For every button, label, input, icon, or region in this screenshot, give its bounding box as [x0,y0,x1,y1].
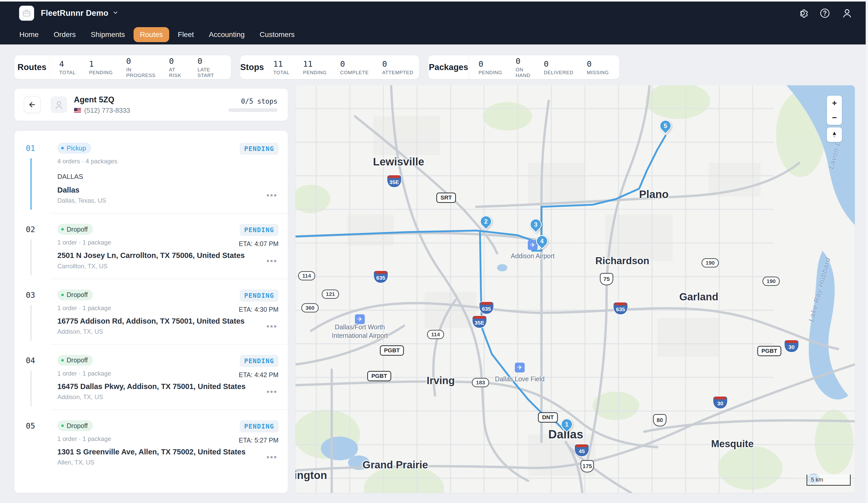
highway-shield-190: 190 [701,258,719,268]
stop-number: 03 [26,290,35,300]
stops-progress-label: 0/5 stops [241,97,278,105]
help-icon[interactable] [819,7,831,19]
metric-value: 0 [478,59,502,69]
nav-tab-home[interactable]: Home [13,27,45,42]
stop-marker-2[interactable]: 2 [479,215,493,231]
highway-shield-114: 114 [427,330,444,339]
stop-marker-4[interactable]: 4 [536,235,548,251]
stop-status: PENDINGETA: 4:30 PM [239,289,278,313]
org-name[interactable]: FleetRunnr Demo [41,9,108,18]
chevron-down-icon[interactable] [112,10,118,17]
metric-delivered: 0DELIVERED [544,59,574,75]
metric-value: 0 [197,57,220,66]
app-logo[interactable] [19,6,34,21]
stop-type-label: Pickup [67,144,86,152]
stats-card-packages: Packages0PENDING0ON HAND0DELIVERED0MISSI… [428,55,619,79]
zoom-in-button[interactable]: + [827,96,842,110]
stop-row-05[interactable]: 05Dropoff1 order · 1 package1301 S Green… [14,410,288,475]
scrollbar-track[interactable] [866,0,868,503]
metric-label: DELIVERED [544,70,574,75]
stop-address: 16775 Addison Rd, Addison, TX 75001, Uni… [57,316,269,326]
stop-city: Addison, TX, US [57,393,278,401]
agent-card: Agent 5ZQ (512) 773-8333 0/5 stops [14,89,288,121]
stop-type-label: Dropoff [67,422,88,430]
metric-value: 0 [544,59,574,69]
stop-type-badge: Dropoff [57,355,93,366]
stop-marker-1[interactable]: 1 [560,418,573,434]
stop-marker-3[interactable]: 3 [529,218,542,234]
metric-pending: 11PENDING [303,59,327,75]
poi-label: Dallas/Fort Worth International Airport [332,323,388,340]
stop-number: 01 [26,144,35,153]
status-badge: PENDING [240,355,278,367]
avatar [51,96,67,113]
metric-label: LATE START [197,67,220,78]
metric-pending: 1PENDING [89,59,113,75]
stop-status: PENDINGETA: 5:27 PM [239,420,278,444]
nav-tab-fleet[interactable]: Fleet [171,27,200,42]
status-badge: PENDING [240,420,278,432]
stats-card-title: Routes [14,55,50,79]
map-canvas[interactable]: 35ESRT11463512136063535E114PGBTPGBT18375… [296,85,855,493]
nav-tab-customers[interactable]: Customers [253,27,301,42]
zoom-out-button[interactable]: − [827,110,842,125]
stop-menu-icon[interactable]: ••• [266,452,278,462]
stop-city: Carrollton, TX, US [57,263,278,270]
city-label-irving: Irving [427,375,455,387]
highway-shield-175: 175 [580,460,594,472]
stop-number: 02 [26,225,35,234]
stop-menu-icon[interactable]: ••• [266,256,278,266]
user-icon[interactable] [841,7,853,19]
stop-type-badge: Dropoff [57,420,93,431]
stop-menu-icon[interactable]: ••• [266,387,278,397]
stop-row-01[interactable]: 01Pickup4 orders · 4 packagesDALLASDalla… [14,132,288,214]
stop-menu-icon[interactable]: ••• [266,321,278,331]
stats-card-routes: Routes4TOTAL1PENDING0IN PROGRESS0AT RISK… [14,55,231,79]
status-dot-icon [61,294,64,296]
stop-row-02[interactable]: 02Dropoff1 order · 1 package2501 N Josey… [14,214,288,279]
nav-tab-orders[interactable]: Orders [47,27,82,42]
stop-row-04[interactable]: 04Dropoff1 order · 1 package16475 Dallas… [14,345,288,410]
pin-number: 2 [480,216,492,227]
airport-icon: ✈ [515,363,525,372]
nav-tab-routes[interactable]: Routes [134,27,169,42]
stats-row: Routes4TOTAL1PENDING0IN PROGRESS0AT RISK… [14,55,619,79]
window-edge [0,0,868,2]
stop-eta: ETA: 4:07 PM [239,240,278,248]
highway-shield-pgbt: PGBT [380,345,404,356]
highway-shield-80: 80 [653,414,666,427]
metric-label: TOTAL [273,70,290,75]
agent-phone: (512) 773-8333 [74,106,130,114]
highway-shield-183: 183 [472,378,489,387]
nav-tab-accounting[interactable]: Accounting [203,27,251,42]
stop-number: 05 [26,421,35,430]
stop-marker-5[interactable]: 5 [659,120,672,135]
metric-missing: 0MISSING [587,59,609,75]
stop-menu-icon[interactable]: ••• [266,191,278,200]
city-label-garland: Garland [679,291,718,303]
highway-shield-pgbt: PGBT [367,371,391,381]
stop-type-label: Dropoff [67,226,88,233]
city-label-lewisville: Lewisville [373,156,424,168]
status-badge: PENDING [240,224,278,236]
stop-city: Allen, TX, US [57,459,278,466]
poi-label: Addison Airport [511,252,555,260]
metric-label: ON HAND [516,67,530,78]
briefcase-icon [22,9,31,18]
pin-number: 5 [660,120,671,132]
settings-gear-icon[interactable] [797,7,809,19]
city-label-grand-prairie: Grand Prairie [362,459,428,471]
metric-label: IN PROGRESS [126,67,156,78]
stop-row-03[interactable]: 03Dropoff1 order · 1 package16775 Addiso… [14,279,288,345]
stat-metrics: 11TOTAL11PENDING0COMPLETE0ATTEMPTED [264,55,424,79]
stop-address: 16475 Dallas Pkwy, Addison, TX 75001, Un… [57,382,269,391]
metric-label: PENDING [303,70,327,75]
app-header: FleetRunnr Demo HomeOrdersShipmentsRoute… [0,2,868,44]
back-button[interactable] [24,96,41,113]
nav-tab-shipments[interactable]: Shipments [84,27,131,42]
highway-shield-114: 114 [298,271,315,280]
status-dot-icon [61,147,64,150]
city-label-mesquite: Mesquite [711,438,754,450]
stop-type-badge: Pickup [57,143,91,154]
compass-button[interactable]: ▲ ▼ [827,127,842,142]
